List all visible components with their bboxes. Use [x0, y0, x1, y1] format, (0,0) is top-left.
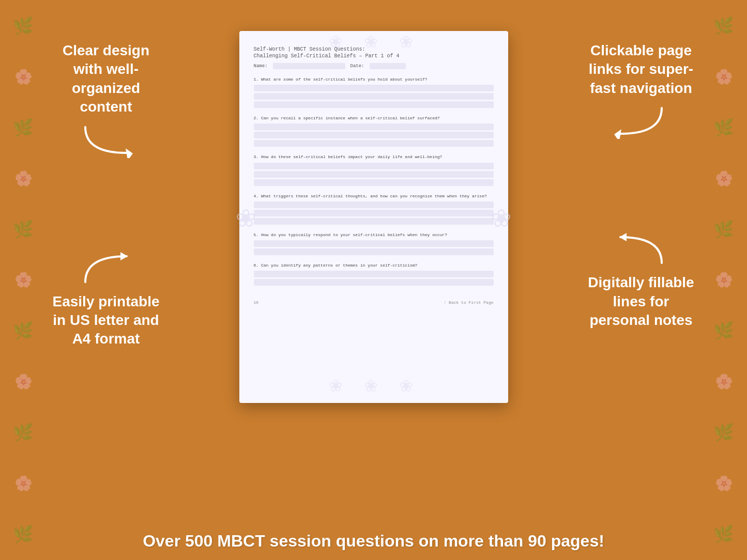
answer-line[interactable] [254, 93, 494, 100]
main-content: Clear design with well-organized content… [47, 0, 700, 560]
floral-icon: 🌸 [14, 373, 33, 390]
answer-line[interactable] [254, 248, 494, 255]
floral-icon: 🌸 [14, 271, 33, 288]
answer-line[interactable] [254, 218, 494, 225]
answer-line[interactable] [254, 201, 494, 208]
page-number: 16 [254, 300, 259, 305]
document-wrapper: ❀ ❀ ❀ ❀ ❀ ❀ ❀ ❀ Self-Worth | MBCT Sessio… [165, 31, 582, 403]
feature-block-fillable: Digitally fillable lines for personal no… [582, 232, 700, 330]
question-5-text: 5. How do you typically respond to your … [254, 232, 494, 238]
answer-line[interactable] [254, 210, 494, 216]
floral-border-right: 🌿 🌸 🌿 🌸 🌿 🌸 🌿 🌸 🌿 🌸 🌿 [700, 0, 747, 560]
floral-icon: 🌸 [715, 373, 733, 390]
floral-border-left: 🌿 🌸 🌿 🌸 🌿 🌸 🌿 🌸 🌿 🌸 🌿 [0, 0, 47, 560]
answer-line[interactable] [254, 85, 494, 91]
name-field[interactable] [273, 63, 345, 69]
floral-icon: 🌿 [13, 524, 34, 544]
arrow-clickable [610, 103, 672, 139]
question-3-lines [254, 163, 494, 186]
question-2-lines [254, 123, 494, 147]
name-label: Name: [254, 64, 268, 69]
feature-block-printable: Easily printable in US letter and A4 for… [47, 251, 165, 349]
floral-icon: 🌿 [713, 16, 734, 36]
answer-line[interactable] [254, 240, 494, 247]
floral-icon: 🌸 [14, 475, 33, 492]
question-5-lines [254, 240, 494, 255]
answer-line[interactable] [254, 179, 494, 186]
floral-icon: 🌿 [13, 118, 34, 137]
bottom-text: Over 500 MBCT session questions on more … [47, 532, 700, 551]
answer-line[interactable] [254, 279, 494, 286]
floral-icon: 🌸 [715, 271, 733, 288]
floral-icon: 🌸 [715, 68, 733, 85]
question-4-text: 4. What triggers these self-critical tho… [254, 193, 494, 199]
doc-title-line2: Challenging Self-Critical Beliefs – Part… [254, 53, 494, 59]
answer-line[interactable] [254, 140, 494, 147]
doc-watermark-left: ❀ [237, 198, 255, 236]
question-2: 2. Can you recall a specific instance wh… [254, 115, 494, 147]
question-4: 4. What triggers these self-critical tho… [254, 193, 494, 225]
answer-line[interactable] [254, 101, 494, 108]
answer-line[interactable] [254, 163, 494, 169]
question-6-lines [254, 271, 494, 286]
doc-watermark-right: ❀ [492, 198, 510, 236]
svg-marker-3 [619, 233, 627, 241]
feature-text-printable: Easily printable in US letter and A4 for… [47, 292, 165, 349]
arrow-printable [75, 251, 137, 287]
floral-icon: 🌿 [13, 220, 34, 239]
svg-marker-0 [126, 147, 134, 158]
question-2-text: 2. Can you recall a specific instance wh… [254, 115, 494, 121]
floral-icon: 🌿 [713, 423, 734, 442]
question-1-lines [254, 85, 494, 108]
date-label: Date: [350, 64, 364, 69]
doc-header: Self-Worth | MBCT Session Questions: Cha… [254, 46, 494, 59]
floral-icon: 🌿 [713, 321, 734, 340]
question-3: 3. How do these self-critical beliefs im… [254, 154, 494, 185]
feature-block-design: Clear design with well-organized content [47, 41, 165, 158]
document: ❀ ❀ ❀ ❀ ❀ ❀ ❀ ❀ Self-Worth | MBCT Sessio… [239, 31, 508, 403]
doc-watermark-bottom: ❀ ❀ ❀ [329, 372, 417, 398]
floral-icon: 🌿 [713, 220, 734, 239]
feature-text-design: Clear design with well-organized content [47, 41, 165, 117]
doc-title-line1: Self-Worth | MBCT Session Questions: [254, 46, 494, 52]
date-field[interactable] [370, 63, 406, 69]
answer-line[interactable] [254, 123, 494, 130]
question-4-lines [254, 201, 494, 225]
floral-icon: 🌸 [715, 475, 733, 492]
feature-text-clickable: Clickable page links for super-fast navi… [582, 41, 700, 98]
doc-name-date-row: Name: Date: [254, 63, 494, 69]
floral-icon: 🌿 [713, 524, 734, 544]
arrow-fillable [610, 232, 672, 268]
floral-icon: 🌿 [13, 423, 34, 442]
doc-footer: 16 ↑ Back to First Page [254, 296, 494, 305]
svg-marker-1 [120, 252, 128, 260]
question-3-text: 3. How do these self-critical beliefs im… [254, 154, 494, 160]
arrow-design [75, 122, 137, 158]
top-section: Clear design with well-organized content… [47, 0, 700, 522]
floral-icon: 🌸 [715, 170, 733, 187]
bottom-banner: Over 500 MBCT session questions on more … [47, 522, 700, 560]
floral-icon: 🌿 [713, 118, 734, 137]
floral-icon: 🌿 [13, 16, 34, 36]
question-5: 5. How do you typically respond to your … [254, 232, 494, 255]
question-6-text: 6. Can you identify any patterns or them… [254, 262, 494, 268]
question-6: 6. Can you identify any patterns or them… [254, 262, 494, 286]
floral-icon: 🌿 [13, 321, 34, 340]
feature-text-fillable: Digitally fillable lines for personal no… [582, 273, 700, 330]
back-to-first-link[interactable]: ↑ Back to First Page [444, 300, 493, 305]
floral-icon: 🌸 [14, 170, 33, 187]
question-1-text: 1. What are some of the self-critical be… [254, 76, 494, 82]
answer-line[interactable] [254, 132, 494, 138]
svg-marker-2 [613, 128, 621, 139]
floral-icon: 🌸 [14, 68, 33, 85]
answer-line[interactable] [254, 271, 494, 277]
question-1: 1. What are some of the self-critical be… [254, 76, 494, 108]
feature-block-clickable: Clickable page links for super-fast navi… [582, 41, 700, 139]
answer-line[interactable] [254, 171, 494, 178]
